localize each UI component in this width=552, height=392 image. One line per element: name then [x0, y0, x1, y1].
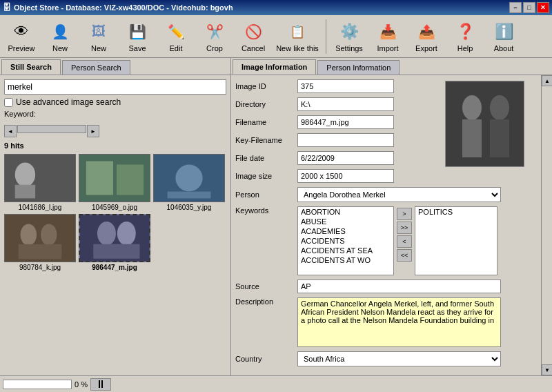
minimize-button[interactable]: − — [509, 2, 522, 13]
right-tab-bar: Image Information Person Information — [231, 58, 552, 75]
description-textarea[interactable]: German Chancellor Angela Merkel, left, a… — [297, 297, 501, 347]
file-date-label: File date — [235, 154, 297, 162]
image-size-label: Image size — [235, 172, 297, 180]
export-icon: 📤 — [415, 21, 437, 43]
preview-image — [446, 81, 524, 167]
scroll-track-thumb[interactable] — [17, 125, 86, 133]
svg-rect-4 — [86, 161, 113, 195]
tab-person-search[interactable]: Person Search — [62, 60, 130, 75]
scroll-right-arrow[interactable]: ► — [87, 125, 99, 137]
source-input[interactable] — [297, 280, 501, 293]
scroll-up-button[interactable]: ▲ — [542, 75, 552, 86]
svg-rect-16 — [93, 244, 139, 259]
new-like-this-label: New like this — [276, 44, 319, 52]
keyword-item[interactable]: ABUSE — [298, 217, 393, 226]
image-size-input[interactable] — [297, 169, 394, 183]
edit-icon: ✏️ — [165, 21, 187, 43]
keyword-add-all-button[interactable]: >> — [397, 222, 412, 234]
edit-label: Edit — [170, 44, 183, 52]
cancel-icon: 🚫 — [242, 21, 264, 43]
scroll-track[interactable] — [542, 86, 552, 364]
close-button[interactable]: ✕ — [537, 2, 549, 13]
scroll-arrows: ◄ ► — [4, 125, 99, 137]
image-id-input[interactable] — [297, 79, 394, 93]
crop-button[interactable]: ✂️ Crop — [196, 17, 233, 56]
new-person-button[interactable]: 👤 New — [41, 17, 79, 56]
country-dropdown[interactable]: South Africa — [297, 351, 501, 366]
advanced-search-checkbox[interactable] — [4, 98, 13, 107]
keywords-scroll-area[interactable]: ABORTION ABUSE ACADEMIES ACCIDENTS ACCID… — [298, 207, 393, 275]
thumbnail-filename: 1045969_o.jpg — [92, 204, 137, 211]
keyword-item[interactable]: ACCIDENTS AT SEA — [298, 246, 393, 255]
filename-input[interactable] — [297, 115, 394, 129]
progress-button[interactable]: ⏸ — [90, 378, 111, 391]
directory-input[interactable] — [297, 97, 394, 111]
thumb-placeholder-3 — [154, 154, 224, 202]
new1-label: New — [52, 44, 68, 52]
list-item[interactable]: 1041686_l.jpg — [4, 154, 76, 211]
about-icon: ℹ️ — [493, 21, 515, 43]
keyword-item[interactable]: ACCIDENTS — [298, 236, 393, 246]
progress-label: 0 % — [75, 380, 88, 389]
scroll-down-button[interactable]: ▼ — [542, 364, 552, 375]
thumbnail-image — [79, 214, 150, 262]
export-button[interactable]: 📤 Export — [408, 17, 445, 56]
file-date-input[interactable] — [297, 151, 394, 165]
thumbnail-filename: 1041686_l.jpg — [19, 204, 62, 211]
source-label: Source — [235, 282, 297, 291]
tab-still-search[interactable]: Still Search — [1, 59, 61, 75]
filename-label: Filename — [235, 118, 297, 126]
save-icon: 💾 — [126, 21, 148, 43]
status-bar: 0 % ⏸ — [0, 375, 552, 392]
search-input[interactable] — [4, 79, 226, 95]
keywords-arrows: > >> < << — [394, 206, 415, 263]
keywords-list-right[interactable]: POLITICS — [415, 206, 497, 275]
svg-point-1 — [15, 162, 35, 186]
keyword-remove-all-button[interactable]: << — [397, 249, 412, 262]
edit-button[interactable]: ✏️ Edit — [157, 17, 195, 56]
keyword-item[interactable]: ACCIDENTS AT WO — [298, 255, 393, 265]
tab-image-information[interactable]: Image Information — [233, 59, 316, 75]
svg-point-10 — [21, 224, 37, 245]
thumbnail-image — [4, 214, 76, 262]
keyword-selected-item[interactable]: POLITICS — [415, 207, 497, 217]
list-item[interactable]: 1046035_y.jpg — [153, 154, 225, 211]
country-label: Country — [235, 355, 297, 363]
scroll-left-arrow[interactable]: ◄ — [4, 125, 17, 137]
directory-label: Directory — [235, 100, 297, 108]
preview-button[interactable]: 👁 Preview — [3, 17, 40, 56]
new-image-button[interactable]: 🖼 New — [80, 17, 117, 56]
import-icon: 📥 — [377, 21, 399, 43]
list-item[interactable]: 1045969_o.jpg — [79, 154, 150, 211]
svg-rect-5 — [117, 164, 144, 195]
right-panel: Image Information Person Information — [231, 58, 552, 375]
right-panel-body: Image ID Directory Filename Key-Filename — [231, 75, 552, 375]
keyword-remove-button[interactable]: < — [397, 235, 412, 248]
key-filename-label: Key-Filename — [235, 136, 297, 144]
about-button[interactable]: ℹ️ About — [485, 17, 522, 56]
app-icon: 🗄 — [3, 3, 11, 12]
new-image-icon: 🖼 — [88, 21, 110, 43]
search-area: Use advanced image search Keyword: — [0, 75, 230, 122]
list-item[interactable]: 980784_k.jpg — [4, 214, 76, 271]
thumb-placeholder-1 — [5, 154, 75, 202]
person-dropdown[interactable]: Angela Dorothea Merkel — [297, 187, 501, 202]
thumbnail-image — [79, 154, 150, 202]
help-button[interactable]: ❓ Help — [446, 17, 484, 56]
import-button[interactable]: 📥 Import — [369, 17, 406, 56]
keyword-item[interactable]: ABORTION — [298, 207, 393, 217]
cancel-label: Cancel — [241, 44, 265, 52]
tab-person-information[interactable]: Person Information — [317, 60, 400, 75]
key-filename-input[interactable] — [297, 133, 394, 147]
scroll-indicator: ◄ ► — [4, 125, 226, 137]
keyword-add-button[interactable]: > — [397, 208, 412, 220]
advanced-search-row: Use advanced image search — [4, 97, 226, 107]
maximize-button[interactable]: □ — [523, 2, 535, 13]
list-item[interactable]: 986447_m.jpg — [79, 214, 150, 271]
keyword-item[interactable]: ACADEMIES — [298, 226, 393, 236]
settings-button[interactable]: ⚙️ Settings — [331, 17, 368, 56]
svg-point-7 — [175, 164, 202, 191]
save-button[interactable]: 💾 Save — [119, 17, 156, 56]
new-like-this-button[interactable]: 📋 New like this — [273, 17, 322, 56]
cancel-button[interactable]: 🚫 Cancel — [235, 17, 272, 56]
